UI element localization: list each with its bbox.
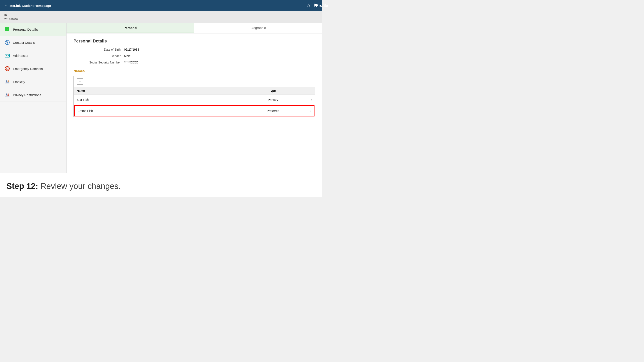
names-title: Names bbox=[74, 69, 315, 73]
back-arrow-icon: ← bbox=[4, 4, 8, 7]
gender-value: Male bbox=[124, 54, 130, 58]
sidebar-item-contact-details[interactable]: Contact Details bbox=[0, 36, 66, 49]
addresses-icon bbox=[4, 52, 10, 58]
dob-field-row: Date of Birth 09/27/1988 bbox=[74, 48, 315, 51]
gender-label: Gender bbox=[74, 54, 121, 58]
chevron-right-icon: › bbox=[311, 98, 312, 102]
svg-rect-1 bbox=[7, 27, 9, 29]
ssn-value: *****XXXX bbox=[124, 61, 138, 64]
type-value: Preferred bbox=[267, 109, 310, 113]
svg-point-8 bbox=[6, 67, 7, 69]
privacy-restrictions-icon bbox=[4, 92, 10, 98]
name-column-header: Name bbox=[77, 89, 269, 92]
back-button[interactable]: ← ctcLink Student Homepage bbox=[4, 4, 51, 7]
step-description: Review your changes. bbox=[40, 182, 121, 191]
sidebar-item-privacy-restrictions[interactable]: Privacy Restrictions bbox=[0, 88, 66, 101]
ssn-label: Social Security Number bbox=[74, 61, 121, 64]
sidebar-label-privacy-restrictions: Privacy Restrictions bbox=[13, 93, 41, 97]
svg-point-5 bbox=[7, 42, 8, 43]
svg-rect-0 bbox=[5, 27, 7, 29]
sidebar: Personal Details Contact Details Address… bbox=[0, 23, 66, 173]
add-name-button[interactable]: + bbox=[77, 78, 83, 84]
sidebar-label-contact-details: Contact Details bbox=[13, 41, 35, 44]
name-value: Star Fish bbox=[77, 98, 268, 101]
chevron-right-icon: › bbox=[310, 109, 311, 113]
svg-rect-3 bbox=[7, 29, 9, 31]
personal-details-title: Personal Details bbox=[74, 39, 315, 43]
id-label: ID bbox=[4, 13, 318, 17]
names-table-header: Name Type bbox=[74, 87, 315, 95]
main-layout: Personal Details Contact Details Address… bbox=[0, 23, 322, 173]
content-area: Personal Biographic Personal Details Dat… bbox=[66, 23, 322, 173]
sidebar-item-addresses[interactable]: Addresses bbox=[0, 49, 66, 62]
tab-personal[interactable]: Personal bbox=[66, 23, 194, 33]
step-label: Step 12: bbox=[6, 182, 38, 191]
content-inner: Personal Details Date of Birth 09/27/198… bbox=[66, 33, 322, 122]
step-text: Step 12: Review your changes. bbox=[6, 182, 316, 191]
sidebar-item-personal-details[interactable]: Personal Details bbox=[0, 23, 66, 36]
ssn-field-row: Social Security Number *****XXXX bbox=[74, 61, 315, 64]
svg-rect-13 bbox=[8, 95, 9, 96]
svg-rect-6 bbox=[5, 54, 10, 57]
svg-point-10 bbox=[8, 80, 9, 82]
ethnicity-icon bbox=[4, 79, 10, 85]
sidebar-label-addresses: Addresses bbox=[13, 54, 28, 57]
app-header: ← ctcLink Student Homepage Profile ⌂ ⚑ bbox=[0, 0, 322, 11]
tab-biographic[interactable]: Biographic bbox=[194, 23, 322, 33]
svg-rect-2 bbox=[5, 29, 7, 31]
names-table: + Name Type Star Fish Primary › Emma Fis… bbox=[74, 76, 315, 117]
svg-point-11 bbox=[6, 93, 7, 95]
dob-label: Date of Birth bbox=[74, 48, 121, 51]
back-label: ctcLink Student Homepage bbox=[10, 4, 51, 7]
names-add-row: + bbox=[74, 76, 315, 87]
personal-details-icon bbox=[4, 26, 10, 32]
dob-value: 09/27/1988 bbox=[124, 48, 139, 51]
tabs-bar: Personal Biographic bbox=[66, 23, 322, 33]
table-row[interactable]: Emma Fish Preferred › bbox=[74, 105, 314, 116]
id-value: 201896792 bbox=[4, 17, 318, 21]
contact-details-icon bbox=[4, 39, 10, 45]
sidebar-label-emergency-contacts: Emergency Contacts bbox=[13, 67, 43, 70]
sidebar-label-ethnicity: Ethnicity bbox=[13, 80, 25, 84]
type-value: Primary bbox=[268, 98, 311, 101]
sidebar-item-ethnicity[interactable]: Ethnicity bbox=[0, 75, 66, 88]
gender-field-row: Gender Male bbox=[74, 54, 315, 58]
svg-point-9 bbox=[6, 80, 7, 82]
page-title: Profile bbox=[316, 3, 322, 8]
table-row[interactable]: Star Fish Primary › bbox=[74, 95, 315, 105]
svg-point-12 bbox=[8, 93, 9, 95]
step-section: Step 12: Review your changes. bbox=[0, 173, 322, 197]
type-column-header: Type bbox=[269, 89, 312, 92]
home-icon[interactable]: ⌂ bbox=[307, 3, 310, 8]
id-bar: ID 201896792 bbox=[0, 11, 322, 23]
sidebar-item-emergency-contacts[interactable]: Emergency Contacts bbox=[0, 62, 66, 75]
sidebar-label-personal-details: Personal Details bbox=[13, 28, 38, 31]
name-value: Emma Fish bbox=[78, 109, 267, 113]
emergency-contacts-icon bbox=[4, 66, 10, 72]
